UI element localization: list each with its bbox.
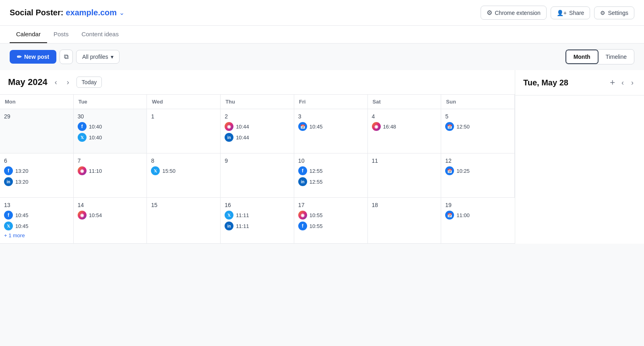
more-posts-link[interactable]: + 1 more — [4, 232, 69, 238]
domain-name[interactable]: example.com — [66, 8, 117, 17]
instagram-icon: ◉ — [225, 122, 233, 131]
day-cell-may7[interactable]: 7 ◉ 11:10 — [74, 153, 147, 198]
instagram-icon: ◉ — [372, 122, 381, 131]
list-item[interactable]: ◉ 10:44 — [225, 122, 290, 131]
list-item[interactable]: 📅 10:25 — [445, 166, 510, 175]
chrome-icon: ⚙ — [487, 9, 492, 17]
post-time: 13:20 — [15, 168, 29, 174]
day-cell-may18[interactable]: 18 — [368, 198, 442, 244]
day-cell-apr29[interactable]: 29 — [0, 109, 74, 153]
list-item[interactable]: f 10:40 — [78, 122, 143, 131]
linkedin-icon: in — [225, 222, 233, 230]
day-cell-may17[interactable]: 17 ◉ 10:55 f 10:55 — [294, 198, 368, 244]
list-item[interactable]: 𝕏 10:45 — [4, 222, 69, 230]
day-cell-may19[interactable]: 19 📅 11:00 — [441, 198, 515, 244]
day-cell-may5[interactable]: 5 📅 12:50 — [441, 109, 515, 153]
day-cell-may2[interactable]: 2 ◉ 10:44 in 10:44 — [221, 109, 294, 153]
list-item[interactable]: ◉ 10:55 — [298, 211, 363, 220]
timeline-view-button[interactable]: Timeline — [599, 50, 634, 63]
sidebar-header: Tue, May 28 + ‹ › — [515, 70, 644, 95]
post-time: 10:55 — [310, 212, 323, 218]
linkedin-icon: in — [298, 177, 307, 186]
day-cell-apr30[interactable]: 30 f 10:40 𝕏 10:40 — [74, 109, 147, 153]
day-cell-may11[interactable]: 11 — [368, 153, 442, 198]
day-cell-may3[interactable]: 3 📅 10:45 — [294, 109, 368, 153]
list-item[interactable]: ◉ 11:10 — [78, 166, 143, 175]
list-item[interactable]: in 11:11 — [225, 222, 290, 230]
list-item[interactable]: 𝕏 15:50 — [151, 166, 216, 175]
prev-month-button[interactable]: ‹ — [52, 77, 60, 87]
twitter-icon: 𝕏 — [4, 222, 13, 230]
day-cell-may4[interactable]: 4 ◉ 16:48 — [368, 109, 442, 153]
list-item[interactable]: f 13:20 — [4, 166, 69, 175]
sidebar-prev-button[interactable]: ‹ — [619, 78, 626, 88]
calendar-title: May 2024 — [8, 77, 47, 87]
day-cell-may16[interactable]: 16 𝕏 11:11 in 11:11 — [221, 198, 294, 244]
post-time: 12:55 — [310, 168, 323, 174]
post-time: 10:25 — [456, 168, 470, 174]
copy-icon: ⧉ — [64, 53, 68, 60]
facebook-icon: f — [78, 122, 87, 131]
day-header-wed: Wed — [147, 95, 221, 109]
day-cell-may1[interactable]: 1 — [147, 109, 221, 153]
list-item[interactable]: in 10:44 — [225, 133, 290, 142]
twitter-icon: 𝕏 — [225, 211, 233, 220]
chrome-extension-button[interactable]: ⚙ Chrome extension — [481, 6, 547, 20]
day-cell-may9[interactable]: 9 — [221, 153, 294, 198]
copy-button[interactable]: ⧉ — [60, 50, 73, 64]
post-time: 10:45 — [310, 124, 323, 130]
list-item[interactable]: 📅 12:50 — [445, 122, 510, 131]
post-time: 10:45 — [15, 223, 29, 229]
tab-posts[interactable]: Posts — [47, 26, 75, 43]
sidebar-content — [515, 95, 644, 108]
list-item[interactable]: in 13:20 — [4, 177, 69, 186]
sidebar-nav: ‹ › — [619, 78, 636, 88]
fbpage-icon: 📅 — [445, 211, 454, 220]
app-header: Social Poster: example.com ⌄ ⚙ Chrome ex… — [0, 0, 644, 26]
list-item[interactable]: 𝕏 11:11 — [225, 211, 290, 220]
settings-label: Settings — [608, 10, 628, 16]
list-item[interactable]: 📅 10:45 — [298, 122, 363, 131]
day-cell-may8[interactable]: 8 𝕏 15:50 — [147, 153, 221, 198]
tab-content-ideas[interactable]: Content ideas — [75, 26, 125, 43]
list-item[interactable]: in 12:55 — [298, 177, 363, 186]
tab-calendar[interactable]: Calendar — [10, 26, 47, 43]
share-button[interactable]: 👤+ Share — [551, 6, 590, 19]
list-item[interactable]: f 12:55 — [298, 166, 363, 175]
list-item[interactable]: f 10:55 — [298, 222, 363, 230]
post-time: 10:55 — [310, 223, 323, 229]
day-header-sat: Sat — [368, 95, 442, 109]
today-button[interactable]: Today — [76, 77, 102, 88]
month-view-button[interactable]: Month — [566, 50, 599, 64]
calendar-grid: Mon Tue Wed Thu Fri Sat Sun 29 30 f 10:4… — [0, 95, 515, 244]
list-item[interactable]: ◉ 16:48 — [372, 122, 437, 131]
domain-chevron-icon[interactable]: ⌄ — [119, 9, 124, 17]
post-time: 10:45 — [15, 212, 29, 218]
next-month-button[interactable]: › — [64, 77, 72, 87]
instagram-icon: ◉ — [78, 166, 87, 175]
day-cell-may13[interactable]: 13 f 10:45 𝕏 10:45 + 1 more — [0, 198, 74, 244]
list-item[interactable]: 📅 11:00 — [445, 211, 511, 220]
chrome-extension-label: Chrome extension — [495, 10, 541, 16]
post-time: 11:11 — [236, 223, 249, 229]
day-cell-may10[interactable]: 10 f 12:55 in 12:55 — [294, 153, 368, 198]
sidebar-controls: + ‹ › — [607, 77, 636, 89]
settings-icon: ⚙ — [600, 10, 605, 16]
sidebar-add-button[interactable]: + — [607, 77, 617, 89]
header-brand: Social Poster: example.com ⌄ — [10, 8, 124, 17]
day-cell-may15[interactable]: 15 — [147, 198, 221, 244]
sidebar-next-button[interactable]: › — [629, 78, 636, 88]
fbpage-icon: 📅 — [445, 122, 454, 131]
settings-button[interactable]: ⚙ Settings — [594, 6, 634, 19]
post-time: 10:40 — [89, 124, 102, 130]
list-item[interactable]: ◉ 10:54 — [78, 211, 143, 220]
day-cell-may6[interactable]: 6 f 13:20 in 13:20 — [0, 153, 74, 198]
day-cell-may14[interactable]: 14 ◉ 10:54 — [74, 198, 147, 244]
all-profiles-button[interactable]: All profiles ▾ — [76, 50, 120, 64]
list-item[interactable]: 𝕏 10:40 — [78, 133, 143, 142]
sidebar-date: Tue, May 28 — [523, 78, 568, 87]
day-cell-may12[interactable]: 12 📅 10:25 — [441, 153, 515, 198]
list-item[interactable]: f 10:45 — [4, 211, 69, 220]
toolbar: ✏ New post ⧉ All profiles ▾ Month Timeli… — [0, 44, 644, 70]
new-post-button[interactable]: ✏ New post — [10, 50, 56, 64]
